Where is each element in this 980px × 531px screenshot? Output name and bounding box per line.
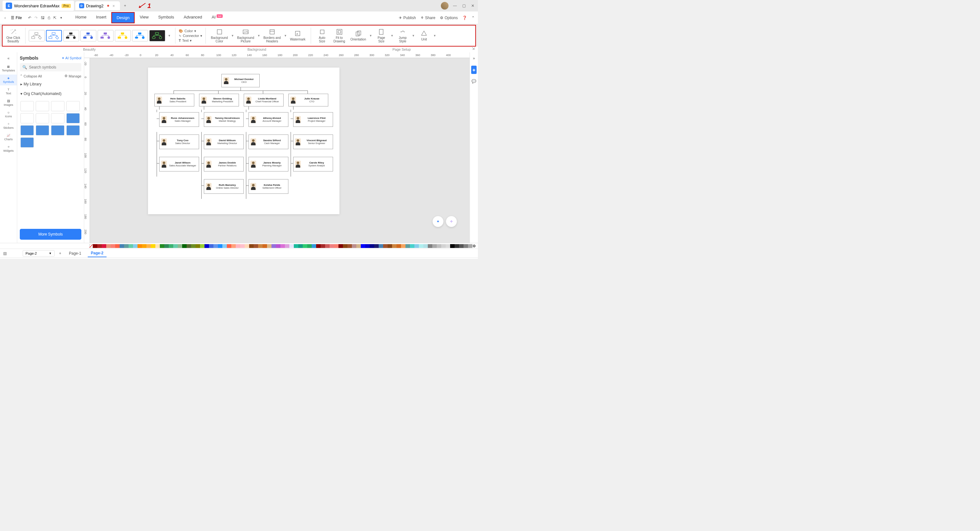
- color-swatch[interactable]: [339, 244, 343, 248]
- canvas-viewport[interactable]: Michael DemkerCEOHein SabelisSales Presi…: [84, 58, 469, 243]
- share-button[interactable]: ⚘Share: [420, 16, 436, 20]
- orientation-dropdown[interactable]: ▼: [369, 34, 372, 37]
- right-comment-button[interactable]: 💬: [469, 77, 478, 86]
- page-size-button[interactable]: Page Size: [373, 28, 389, 44]
- more-symbols-button[interactable]: More Symbols: [20, 229, 81, 240]
- tab-ai[interactable]: AIhot: [207, 12, 227, 23]
- color-swatch[interactable]: [196, 244, 200, 248]
- expand-right-panel-button[interactable]: »: [471, 54, 477, 62]
- connector-dropdown[interactable]: ⤷Connector ▾: [179, 34, 202, 38]
- close-tab-button[interactable]: ×: [111, 3, 116, 8]
- color-swatch[interactable]: [200, 244, 205, 248]
- org-card[interactable]: Carole RileySystem Analyst: [293, 157, 333, 171]
- color-swatch[interactable]: [169, 244, 173, 248]
- color-swatch[interactable]: [343, 244, 347, 248]
- drawing-page[interactable]: Michael DemkerCEOHein SabelisSales Presi…: [148, 68, 339, 214]
- bg-picture-dropdown[interactable]: ▼: [258, 34, 260, 37]
- orgchart-symbol-12[interactable]: [66, 125, 80, 135]
- nav-icons[interactable]: ☺Icons: [0, 109, 17, 120]
- color-swatch[interactable]: [410, 244, 414, 248]
- theme-5[interactable]: [98, 30, 114, 41]
- color-swatch[interactable]: [303, 244, 307, 248]
- color-swatch[interactable]: [102, 244, 106, 248]
- color-swatch[interactable]: [97, 244, 102, 248]
- export-button[interactable]: ⇱: [53, 16, 56, 20]
- color-swatch[interactable]: [325, 244, 329, 248]
- jump-style-dropdown[interactable]: ▼: [412, 34, 415, 37]
- manage-button[interactable]: ⚙Manage: [64, 74, 81, 78]
- color-swatch[interactable]: [396, 244, 401, 248]
- theme-4[interactable]: [80, 30, 96, 41]
- color-swatch[interactable]: [428, 244, 432, 248]
- color-swatch[interactable]: [307, 244, 312, 248]
- color-swatch[interactable]: [164, 244, 169, 248]
- org-card[interactable]: Steven GoldingMarketing President: [199, 94, 239, 106]
- save-button[interactable]: 🖫: [41, 16, 45, 20]
- bg-color-dropdown[interactable]: ▼: [231, 34, 234, 37]
- jump-style-button[interactable]: Jump Style: [395, 28, 410, 44]
- no-fill-swatch[interactable]: [89, 244, 93, 248]
- color-swatch[interactable]: [312, 244, 316, 248]
- fab-ai[interactable]: ✧: [446, 216, 457, 227]
- color-swatch[interactable]: [441, 244, 445, 248]
- color-swatch[interactable]: [119, 244, 124, 248]
- print-button[interactable]: ⎙: [48, 16, 50, 20]
- color-swatch[interactable]: [290, 244, 294, 248]
- org-card[interactable]: Lawrence FlintProject Manager: [293, 112, 333, 127]
- page-setup-launcher[interactable]: ⇲: [468, 46, 478, 52]
- orientation-button[interactable]: Orientation: [349, 30, 368, 42]
- org-card[interactable]: Hein SabelisSales President: [154, 94, 194, 106]
- color-swatch[interactable]: [383, 244, 388, 248]
- org-card[interactable]: David WilbumMarketing Director: [204, 135, 244, 149]
- color-swatch[interactable]: [155, 244, 160, 248]
- my-library-header[interactable]: ▸ My Library: [20, 81, 81, 88]
- color-swatch[interactable]: [463, 244, 468, 248]
- color-swatch[interactable]: [173, 244, 178, 248]
- color-swatch[interactable]: [115, 244, 119, 248]
- color-swatch[interactable]: [352, 244, 356, 248]
- color-swatch[interactable]: [437, 244, 441, 248]
- page-tab-2[interactable]: Page-2: [88, 250, 107, 257]
- color-swatch[interactable]: [419, 244, 423, 248]
- color-swatch[interactable]: [347, 244, 352, 248]
- org-card[interactable]: Linda MortlandChief Financial Officer: [244, 94, 283, 106]
- color-swatch[interactable]: [370, 244, 374, 248]
- color-swatch[interactable]: [365, 244, 370, 248]
- help-button[interactable]: ❓: [462, 16, 467, 20]
- watermark-button[interactable]: A Watermark: [288, 30, 307, 42]
- color-swatch[interactable]: [406, 244, 410, 248]
- color-swatch[interactable]: [388, 244, 392, 248]
- nav-text[interactable]: TText: [0, 86, 17, 97]
- color-swatch[interactable]: [356, 244, 361, 248]
- color-swatch[interactable]: [93, 244, 97, 248]
- color-swatch[interactable]: [455, 244, 459, 248]
- color-dropdown[interactable]: 🎨Color ▾: [179, 29, 202, 33]
- tab-advanced[interactable]: Advanced: [179, 12, 207, 23]
- color-swatch[interactable]: [191, 244, 196, 248]
- tab-symbols[interactable]: Symbols: [154, 12, 179, 23]
- color-swatch[interactable]: [213, 244, 218, 248]
- fab-sparkle[interactable]: ✦: [433, 216, 444, 227]
- color-swatch[interactable]: [361, 244, 365, 248]
- color-swatch[interactable]: [146, 244, 151, 248]
- orgchart-symbol-13[interactable]: [21, 137, 34, 147]
- symbol-search-box[interactable]: 🔍: [20, 63, 81, 71]
- org-card[interactable]: Vincent BlignautSenior Engineer: [293, 135, 333, 149]
- user-avatar[interactable]: [441, 2, 449, 10]
- add-tab-button[interactable]: +: [121, 2, 129, 10]
- nav-charts[interactable]: 📈Charts: [0, 132, 17, 143]
- undo-button[interactable]: ↶: [28, 16, 31, 20]
- unit-dropdown[interactable]: ▼: [433, 34, 436, 37]
- symbol-search-input[interactable]: [29, 65, 79, 70]
- text-dropdown[interactable]: TText ▾: [179, 38, 202, 43]
- color-swatch[interactable]: [392, 244, 396, 248]
- color-swatch[interactable]: [111, 244, 115, 248]
- orgchart-symbol-3[interactable]: [51, 101, 64, 111]
- color-swatch[interactable]: [240, 244, 245, 248]
- orgchart-symbol-2[interactable]: [36, 101, 49, 111]
- color-swatch[interactable]: [414, 244, 419, 248]
- nav-widgets[interactable]: ⚛Widgets: [0, 143, 17, 154]
- color-swatch[interactable]: [178, 244, 182, 248]
- color-swatch[interactable]: [285, 244, 290, 248]
- color-swatch[interactable]: [137, 244, 142, 248]
